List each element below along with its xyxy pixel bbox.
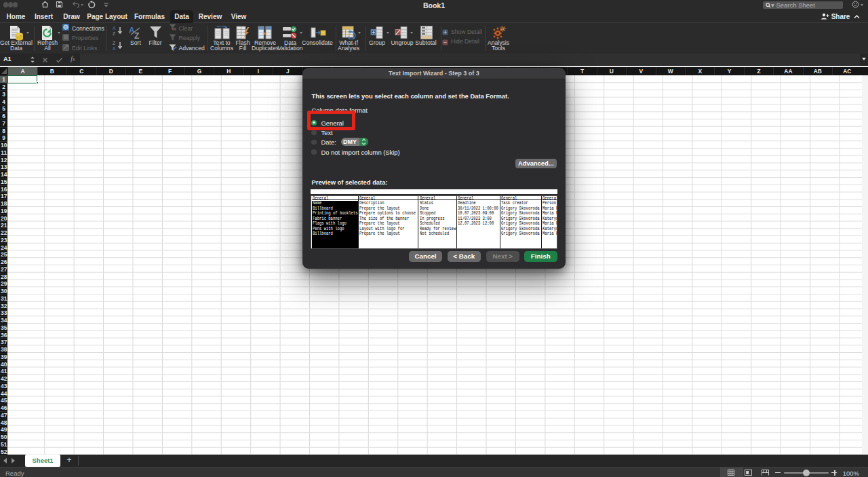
svg-text:A: A — [113, 26, 116, 31]
svg-text:Z: Z — [113, 31, 115, 35]
svg-text:A: A — [113, 45, 116, 50]
svg-text:Z: Z — [134, 31, 139, 39]
